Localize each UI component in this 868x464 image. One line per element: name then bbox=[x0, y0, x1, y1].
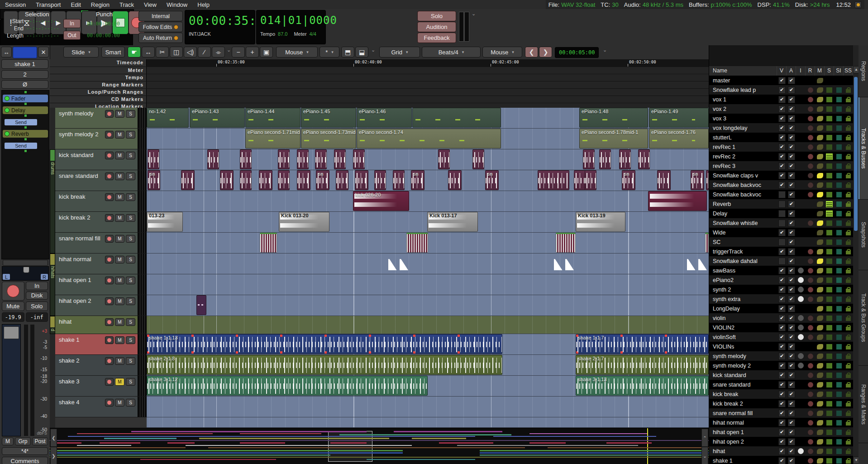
table-cell[interactable] bbox=[834, 220, 844, 226]
punch-in-button[interactable]: In bbox=[63, 19, 81, 28]
table-cell[interactable] bbox=[844, 106, 853, 112]
region-shake-1-1-7[interactable]: shake 1-1.7 bbox=[576, 334, 709, 354]
table-cell[interactable]: ✔ bbox=[777, 324, 787, 331]
mute-icon[interactable] bbox=[817, 297, 823, 302]
table-cell[interactable]: ✔ bbox=[787, 191, 796, 198]
track-solo-button[interactable]: S bbox=[126, 336, 135, 344]
visible-checkbox[interactable]: ✔ bbox=[778, 324, 786, 331]
table-cell[interactable]: ✔ bbox=[777, 134, 787, 141]
active-checkbox[interactable]: ✔ bbox=[788, 124, 795, 132]
table-cell[interactable]: ✔ bbox=[787, 315, 796, 322]
table-cell[interactable] bbox=[777, 191, 787, 198]
region-fill[interactable] bbox=[260, 233, 277, 253]
visible-checkbox[interactable] bbox=[778, 239, 786, 246]
table-header-name[interactable]: Name bbox=[709, 66, 777, 76]
table-cell[interactable]: ✔ bbox=[787, 334, 796, 341]
visible-checkbox[interactable]: ✔ bbox=[778, 362, 786, 369]
track-solo-button[interactable]: S bbox=[126, 277, 135, 284]
solo-isolate-icon[interactable] bbox=[836, 392, 842, 397]
solo-isolate-icon[interactable] bbox=[836, 87, 842, 93]
pan-control[interactable]: L R bbox=[2, 266, 49, 281]
table-cell[interactable] bbox=[815, 220, 825, 226]
table-cell[interactable] bbox=[825, 182, 834, 188]
region-epiano-second-1-74[interactable]: ePiano second-1.74 bbox=[357, 129, 501, 148]
record-enable-icon[interactable] bbox=[808, 125, 813, 131]
solo-icon[interactable] bbox=[826, 401, 832, 407]
region-shake-2-1-8[interactable]: shake 2-1.8 bbox=[147, 355, 502, 375]
table-cell[interactable] bbox=[834, 287, 844, 292]
solo-isolate-icon[interactable] bbox=[836, 220, 842, 226]
meter-value[interactable]: 4/4 bbox=[310, 31, 316, 37]
track-canvas[interactable]: no-1.42ePiano-1.43ePiano-1.44ePiano-1.45… bbox=[147, 108, 709, 428]
solo-safe-icon[interactable] bbox=[846, 232, 851, 235]
mute-icon[interactable] bbox=[817, 354, 823, 359]
table-cell[interactable] bbox=[844, 116, 853, 121]
region-snare[interactable] bbox=[585, 170, 596, 190]
table-cell[interactable] bbox=[844, 392, 853, 397]
table-cell[interactable]: ✔ bbox=[787, 153, 796, 160]
processor-fader-0[interactable]: Fader bbox=[3, 95, 48, 102]
table-cell[interactable] bbox=[815, 420, 825, 426]
table-cell[interactable]: ✔ bbox=[787, 296, 796, 303]
solo-isolate-icon[interactable] bbox=[836, 458, 842, 464]
table-cell[interactable] bbox=[806, 106, 815, 112]
grid-mode-dropdown[interactable]: Grid bbox=[379, 47, 420, 57]
solo-icon[interactable] bbox=[826, 430, 832, 435]
table-cell[interactable] bbox=[834, 154, 844, 159]
visible-checkbox[interactable]: ✔ bbox=[778, 296, 786, 303]
table-cell[interactable] bbox=[825, 363, 834, 368]
table-cell[interactable] bbox=[806, 116, 815, 121]
table-cell[interactable] bbox=[844, 239, 853, 245]
visible-checkbox[interactable]: ✔ bbox=[778, 438, 786, 445]
stretch-tool[interactable]: ◫ bbox=[170, 47, 183, 57]
solo-icon[interactable] bbox=[826, 382, 832, 387]
table-cell[interactable]: ✔ bbox=[777, 343, 787, 350]
table-cell[interactable] bbox=[834, 144, 844, 150]
tempo-value[interactable]: 87.0 bbox=[278, 31, 287, 37]
table-cell[interactable] bbox=[815, 106, 825, 112]
table-cell[interactable] bbox=[844, 439, 853, 445]
table-cell[interactable] bbox=[834, 297, 844, 302]
midi-input-icon[interactable] bbox=[798, 353, 804, 359]
table-row-revrec-3-9[interactable]: revRec 3✔✔ bbox=[709, 161, 853, 171]
error-log-icon[interactable] bbox=[854, 1, 862, 8]
ruler-lane-range-markers[interactable] bbox=[147, 81, 709, 88]
mute-icon[interactable] bbox=[817, 344, 823, 349]
table-cell[interactable] bbox=[815, 258, 825, 264]
region-snare[interactable] bbox=[181, 170, 195, 190]
track-mute-button[interactable]: M bbox=[115, 235, 124, 243]
table-cell[interactable] bbox=[834, 373, 844, 378]
table-cell[interactable] bbox=[825, 97, 834, 102]
zoom-expand-icon[interactable]: ⌄ bbox=[371, 47, 375, 53]
table-cell[interactable]: ✔ bbox=[777, 419, 787, 426]
solo-icon[interactable] bbox=[826, 363, 832, 368]
track-lane-shake-3[interactable]: shake 3-1.12shake 3-1.13 bbox=[147, 376, 709, 397]
table-cell[interactable] bbox=[825, 192, 834, 197]
visible-checkbox[interactable] bbox=[778, 191, 786, 198]
table-cell[interactable] bbox=[815, 439, 825, 445]
table-cell[interactable] bbox=[815, 363, 825, 368]
table-cell[interactable] bbox=[825, 258, 834, 264]
active-checkbox[interactable]: ✔ bbox=[788, 163, 795, 170]
nudge-back-button[interactable]: ❮ bbox=[525, 47, 538, 57]
solo-icon[interactable] bbox=[826, 239, 832, 245]
table-row-kick-standard-31[interactable]: kick standard✔✔ bbox=[709, 370, 853, 380]
table-cell[interactable]: ✔ bbox=[777, 229, 787, 236]
side-tab-snapshots[interactable]: Snapshots bbox=[858, 200, 868, 270]
table-cell[interactable] bbox=[825, 287, 834, 292]
table-cell[interactable] bbox=[815, 430, 825, 435]
table-cell[interactable] bbox=[844, 382, 853, 387]
table-cell[interactable]: ✔ bbox=[787, 144, 796, 151]
solo-safe-icon[interactable] bbox=[846, 203, 851, 207]
record-enable-icon[interactable] bbox=[808, 335, 813, 340]
solo-isolate-icon[interactable] bbox=[836, 144, 842, 150]
table-cell[interactable] bbox=[806, 354, 815, 359]
processor-box[interactable]: FaderDelaySendReverbSend bbox=[1, 90, 49, 259]
visible-checkbox[interactable] bbox=[778, 258, 786, 265]
processor-active-led[interactable] bbox=[5, 96, 10, 101]
table-cell[interactable] bbox=[815, 163, 825, 169]
mute-icon[interactable] bbox=[817, 392, 823, 397]
processor-send-4[interactable]: Send bbox=[3, 142, 48, 149]
solo-icon[interactable] bbox=[826, 173, 832, 178]
solo-icon[interactable] bbox=[826, 325, 832, 330]
